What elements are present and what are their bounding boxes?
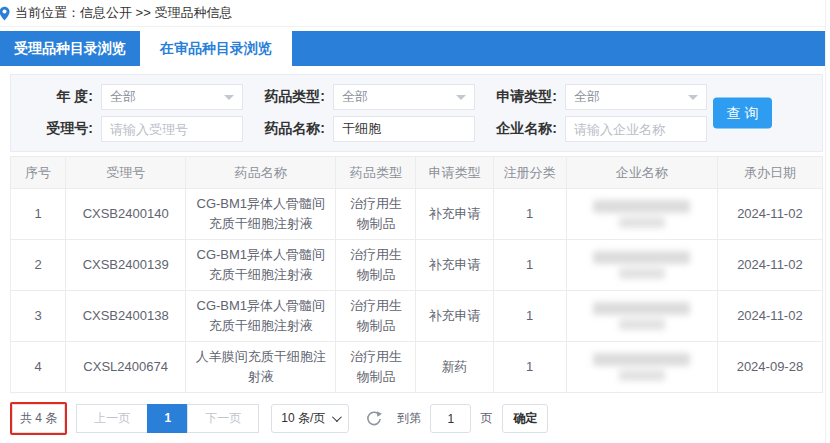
page-unit-label: 页 <box>480 410 492 427</box>
apply-type-select-value: 全部 <box>574 88 688 106</box>
cell-reg-class: 1 <box>493 189 566 240</box>
drug-type-label: 药品类型: <box>243 88 333 106</box>
table-row: 3 CXSB2400138 CG-BM1异体人骨髓间充质干细胞注射液 治疗用生物… <box>11 291 823 342</box>
cell-date: 2024-11-02 <box>717 291 822 342</box>
col-header-reg-class: 注册分类 <box>493 157 566 189</box>
cell-company <box>566 342 717 393</box>
cell-reg-class: 1 <box>493 342 566 393</box>
col-header-company: 企业名称 <box>566 157 717 189</box>
cell-acceptance-no: CXSL2400674 <box>66 342 186 393</box>
chevron-down-icon <box>224 95 234 100</box>
cell-company <box>566 291 717 342</box>
cell-seq: 3 <box>11 291 66 342</box>
drug-name-input[interactable] <box>333 116 475 142</box>
page-button-group: 上一页 1 下一页 <box>76 404 259 433</box>
location-pin-icon <box>0 6 10 21</box>
company-label: 企业名称: <box>475 120 565 138</box>
breadcrumb: 当前位置：信息公开 >> 受理品种信息 <box>0 0 825 27</box>
cell-seq: 2 <box>11 240 66 291</box>
tab-under-review-catalog[interactable]: 在审品种目录浏览 <box>140 31 292 66</box>
page-container: 当前位置：信息公开 >> 受理品种信息 受理品种目录浏览 在审品种目录浏览 年 … <box>0 0 826 443</box>
filter-row-2: 受理号: 药品名称: 企业名称: <box>11 116 822 142</box>
cell-drug-name: 人羊膜间充质干细胞注射液 <box>186 342 336 393</box>
drug-type-select-value: 全部 <box>342 88 456 106</box>
apply-type-label: 申请类型: <box>475 88 565 106</box>
cell-seq: 4 <box>11 342 66 393</box>
pagination-bar: 共 4 条 上一页 1 下一页 10 条/页 到第 页 确定 <box>10 402 825 435</box>
table-header-row: 序号 受理号 药品名称 药品类型 申请类型 注册分类 企业名称 承办日期 <box>11 157 823 189</box>
cell-reg-class: 1 <box>493 291 566 342</box>
year-select[interactable]: 全部 <box>101 84 243 110</box>
query-button[interactable]: 查 询 <box>713 98 772 129</box>
year-label: 年 度: <box>11 88 101 106</box>
cell-acceptance-no: CXSB2400140 <box>66 189 186 240</box>
company-name-redacted <box>575 251 709 279</box>
cell-drug-type: 治疗用生物制品 <box>336 342 416 393</box>
col-header-apply-type: 申请类型 <box>416 157 493 189</box>
cell-apply-type: 新药 <box>416 342 493 393</box>
acceptance-no-label: 受理号: <box>11 120 101 138</box>
cell-date: 2024-11-02 <box>717 189 822 240</box>
acceptance-no-field-group: 受理号: <box>11 116 243 142</box>
cell-drug-type: 治疗用生物制品 <box>336 240 416 291</box>
cell-apply-type: 补充申请 <box>416 291 493 342</box>
table-row: 1 CXSB2400140 CG-BM1异体人骨髓间充质干细胞注射液 治疗用生物… <box>11 189 823 240</box>
company-name-redacted <box>575 353 709 381</box>
col-header-seq: 序号 <box>11 157 66 189</box>
company-name-redacted <box>575 200 709 228</box>
tab-accepted-catalog[interactable]: 受理品种目录浏览 <box>0 31 140 66</box>
page-1-button[interactable]: 1 <box>147 404 188 433</box>
cell-acceptance-no: CXSB2400139 <box>66 240 186 291</box>
cell-date: 2024-11-02 <box>717 240 822 291</box>
company-name-redacted <box>575 302 709 330</box>
total-count: 共 4 条 <box>12 404 65 433</box>
acceptance-no-input[interactable] <box>101 116 243 142</box>
cell-acceptance-no: CXSB2400138 <box>66 291 186 342</box>
chevron-down-icon <box>456 95 466 100</box>
cell-company <box>566 240 717 291</box>
chevron-down-icon <box>332 412 342 422</box>
page-size-select[interactable]: 10 条/页 <box>271 404 349 433</box>
confirm-button[interactable]: 确定 <box>502 404 548 433</box>
drug-type-field-group: 药品类型: 全部 <box>243 84 475 110</box>
search-filter-panel: 年 度: 全部 药品类型: 全部 申请类型: 全部 <box>10 74 823 152</box>
cell-reg-class: 1 <box>493 240 566 291</box>
drug-name-label: 药品名称: <box>243 120 333 138</box>
drug-name-field-group: 药品名称: <box>243 116 475 142</box>
filter-row-1: 年 度: 全部 药品类型: 全部 申请类型: 全部 <box>11 84 822 110</box>
cell-drug-type: 治疗用生物制品 <box>336 291 416 342</box>
col-header-drug-type: 药品类型 <box>336 157 416 189</box>
col-header-date: 承办日期 <box>717 157 822 189</box>
apply-type-select[interactable]: 全部 <box>565 84 707 110</box>
tab-bar: 受理品种目录浏览 在审品种目录浏览 <box>0 31 825 66</box>
cell-apply-type: 补充申请 <box>416 240 493 291</box>
red-annotation-box: 共 4 条 <box>10 402 67 435</box>
drug-type-select[interactable]: 全部 <box>333 84 475 110</box>
cell-drug-name: CG-BM1异体人骨髓间充质干细胞注射液 <box>186 291 336 342</box>
company-field-group: 企业名称: <box>475 116 707 142</box>
results-table-wrap: 序号 受理号 药品名称 药品类型 申请类型 注册分类 企业名称 承办日期 1 C… <box>10 156 823 393</box>
chevron-down-icon <box>688 95 698 100</box>
col-header-acceptance-no: 受理号 <box>66 157 186 189</box>
table-row: 2 CXSB2400139 CG-BM1异体人骨髓间充质干细胞注射液 治疗用生物… <box>11 240 823 291</box>
apply-type-field-group: 申请类型: 全部 <box>475 84 707 110</box>
table-row: 4 CXSL2400674 人羊膜间充质干细胞注射液 治疗用生物制品 新药 1 … <box>11 342 823 393</box>
cell-company <box>566 189 717 240</box>
year-field-group: 年 度: 全部 <box>11 84 243 110</box>
goto-page-input[interactable] <box>430 404 471 433</box>
prev-page-button[interactable]: 上一页 <box>76 404 148 433</box>
company-input[interactable] <box>565 116 707 142</box>
breadcrumb-label: 当前位置：信息公开 >> 受理品种信息 <box>15 4 232 22</box>
goto-page-label: 到第 <box>397 410 421 427</box>
cell-apply-type: 补充申请 <box>416 189 493 240</box>
page-size-value: 10 条/页 <box>281 410 325 427</box>
cell-drug-type: 治疗用生物制品 <box>336 189 416 240</box>
refresh-icon[interactable] <box>365 410 383 428</box>
cell-seq: 1 <box>11 189 66 240</box>
cell-date: 2024-09-28 <box>717 342 822 393</box>
cell-drug-name: CG-BM1异体人骨髓间充质干细胞注射液 <box>186 240 336 291</box>
results-table: 序号 受理号 药品名称 药品类型 申请类型 注册分类 企业名称 承办日期 1 C… <box>10 156 823 393</box>
cell-drug-name: CG-BM1异体人骨髓间充质干细胞注射液 <box>186 189 336 240</box>
year-select-value: 全部 <box>110 88 224 106</box>
next-page-button[interactable]: 下一页 <box>187 404 259 433</box>
